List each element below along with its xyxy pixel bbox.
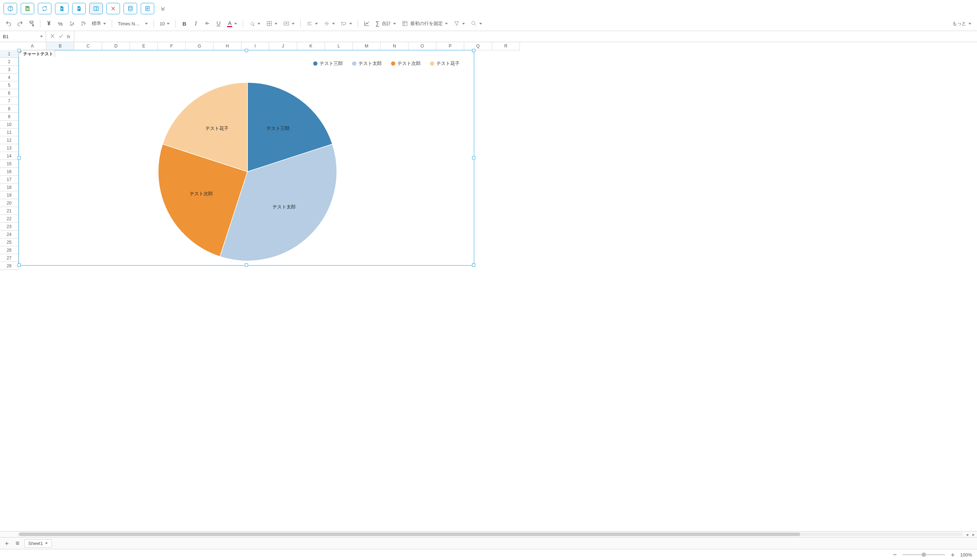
undo-button[interactable] xyxy=(3,18,13,28)
more-button[interactable]: もっと xyxy=(950,18,974,28)
font-size-dropdown[interactable]: 10 xyxy=(157,18,172,28)
wrap-button[interactable] xyxy=(339,18,354,28)
font-family-dropdown[interactable]: Times N… xyxy=(116,18,150,28)
column-header-L[interactable]: L xyxy=(325,42,353,50)
row-header-19[interactable]: 19 xyxy=(0,191,18,199)
sheet-tab[interactable]: Sheet1 xyxy=(24,539,52,548)
percent-button[interactable]: % xyxy=(55,18,65,28)
delete-button[interactable] xyxy=(107,3,120,14)
zoom-in-button[interactable]: ＋ xyxy=(949,551,957,558)
row-header-16[interactable]: 16 xyxy=(0,168,18,176)
column-header-K[interactable]: K xyxy=(297,42,325,50)
redo-button[interactable] xyxy=(15,18,25,28)
zoom-knob[interactable] xyxy=(922,553,926,557)
row-header-23[interactable]: 23 xyxy=(0,223,18,230)
insert-chart-button[interactable] xyxy=(362,18,372,28)
row-header-24[interactable]: 24 xyxy=(0,230,18,238)
scrollbar-thumb[interactable] xyxy=(18,533,800,536)
row-header-15[interactable]: 15 xyxy=(0,160,18,168)
column-header-O[interactable]: O xyxy=(409,42,436,50)
row-header-10[interactable]: 10 xyxy=(0,121,18,128)
strike-button[interactable]: T xyxy=(202,18,212,28)
underline-button[interactable] xyxy=(214,18,224,28)
export-button[interactable] xyxy=(72,3,86,14)
column-header-J[interactable]: J xyxy=(269,42,297,50)
import-button[interactable] xyxy=(55,3,68,14)
column-header-G[interactable]: G xyxy=(186,42,214,50)
database-button[interactable] xyxy=(124,3,137,14)
row-header-26[interactable]: 26 xyxy=(0,246,18,254)
horizontal-scrollbar[interactable]: ◂ ▸ xyxy=(0,531,977,537)
merge-button[interactable] xyxy=(281,18,297,28)
column-header-B[interactable]: B xyxy=(47,42,74,50)
row-header-22[interactable]: 22 xyxy=(0,215,18,223)
save-button[interactable] xyxy=(21,3,34,14)
sidepanel-button[interactable] xyxy=(89,3,103,14)
notes-button[interactable] xyxy=(141,3,154,14)
currency-button[interactable]: ¥ xyxy=(44,18,54,28)
row-header-18[interactable]: 18 xyxy=(0,183,18,191)
column-header-N[interactable]: N xyxy=(381,42,409,50)
increase-decimal-button[interactable]: .00.0 xyxy=(78,18,88,28)
column-header-E[interactable]: E xyxy=(130,42,158,50)
scroll-right-icon[interactable]: ▸ xyxy=(970,532,976,537)
refresh-button[interactable] xyxy=(38,3,52,14)
valign-button[interactable] xyxy=(321,18,337,28)
row-header-2[interactable]: 2 xyxy=(0,58,18,66)
column-header-M[interactable]: M xyxy=(353,42,381,50)
text-color-button[interactable]: A xyxy=(225,18,239,28)
italic-button[interactable]: I xyxy=(191,18,201,28)
column-header-P[interactable]: P xyxy=(436,42,464,50)
row-header-13[interactable]: 13 xyxy=(0,144,18,152)
column-header-F[interactable]: F xyxy=(158,42,186,50)
decrease-decimal-button[interactable]: .0.00 xyxy=(67,18,77,28)
row-header-21[interactable]: 21 xyxy=(0,207,18,215)
filter-button[interactable] xyxy=(451,18,467,28)
format-painter-button[interactable] xyxy=(27,18,37,28)
row-header-14[interactable]: 14 xyxy=(0,152,18,160)
expand-down-icon[interactable] xyxy=(158,3,168,13)
column-header-R[interactable]: R xyxy=(492,42,520,50)
search-button[interactable] xyxy=(469,18,484,28)
column-header-A[interactable]: A xyxy=(18,42,47,50)
row-header-4[interactable]: 4 xyxy=(0,73,18,82)
freeze-button[interactable]: 最初の行を固定 xyxy=(399,18,450,28)
help-button[interactable] xyxy=(3,3,17,14)
cancel-formula-icon[interactable] xyxy=(50,33,55,40)
row-header-25[interactable]: 25 xyxy=(0,238,18,246)
column-header-C[interactable]: C xyxy=(74,42,102,50)
row-header-3[interactable]: 3 xyxy=(0,66,18,73)
fx-icon[interactable]: fx xyxy=(67,34,70,39)
row-header-27[interactable]: 27 xyxy=(0,254,18,262)
row-header-28[interactable]: 28 xyxy=(0,262,18,270)
formula-input[interactable] xyxy=(74,31,977,42)
row-header-11[interactable]: 11 xyxy=(0,128,18,136)
accept-formula-icon[interactable] xyxy=(58,33,64,40)
row-header-12[interactable]: 12 xyxy=(0,136,18,144)
all-sheets-button[interactable]: ≡ xyxy=(13,539,22,547)
halign-button[interactable] xyxy=(304,18,320,28)
row-header-8[interactable]: 8 xyxy=(0,105,18,113)
row-header-7[interactable]: 7 xyxy=(0,97,18,105)
number-format-dropdown[interactable]: 標準 xyxy=(90,18,108,28)
zoom-out-button[interactable]: − xyxy=(891,551,899,558)
row-header-17[interactable]: 17 xyxy=(0,176,18,183)
row-header-6[interactable]: 6 xyxy=(0,89,18,97)
chart-object[interactable]: チャートテスト テスト三郎テスト太郎テスト次郎テスト花子 テスト三郎テスト太郎テ… xyxy=(18,50,474,265)
row-header-20[interactable]: 20 xyxy=(0,199,18,207)
borders-button[interactable] xyxy=(264,18,280,28)
cells-area[interactable]: チャートテスト テスト三郎テスト太郎テスト次郎テスト花子 テスト三郎テスト太郎テ… xyxy=(18,50,977,531)
bold-button[interactable]: B xyxy=(179,18,189,28)
zoom-slider[interactable] xyxy=(902,554,945,555)
autosum-button[interactable]: ∑合計 xyxy=(373,18,398,28)
name-box[interactable]: B1 xyxy=(0,31,46,42)
spreadsheet-grid[interactable]: ABCDEFGHIJKLMNOPQR 123456789101112131415… xyxy=(0,42,977,531)
column-header-Q[interactable]: Q xyxy=(464,42,492,50)
column-header-H[interactable]: H xyxy=(214,42,241,50)
fill-color-button[interactable] xyxy=(247,18,262,28)
row-header-1[interactable]: 1 xyxy=(0,50,18,58)
add-sheet-button[interactable]: ＋ xyxy=(3,539,11,547)
column-header-D[interactable]: D xyxy=(102,42,130,50)
row-header-5[interactable]: 5 xyxy=(0,82,18,89)
row-header-9[interactable]: 9 xyxy=(0,113,18,121)
